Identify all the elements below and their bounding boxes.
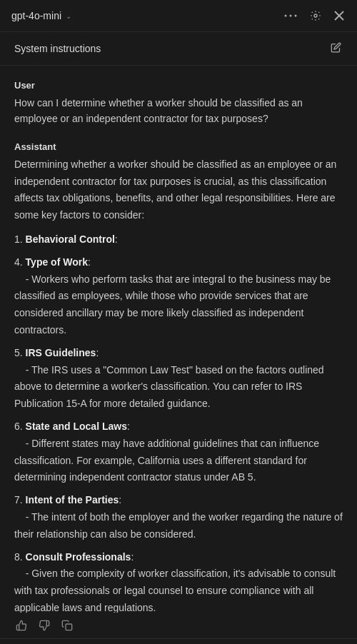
system-instructions-bar: System instructions xyxy=(0,32,357,66)
title-bar-left: gpt-4o-mini ⌄ xyxy=(11,10,71,21)
assistant-sub-3: - Workers who perform tasks that are int… xyxy=(14,273,331,336)
status-bar: Latency 23396ms · Finish reason: stop · … xyxy=(0,638,357,644)
chevron-down-icon: ⌄ xyxy=(66,12,71,20)
assistant-para-3: 4. Type of Work: - Workers who perform t… xyxy=(14,254,343,339)
thumbs-down-button[interactable] xyxy=(37,618,51,633)
copy-button[interactable] xyxy=(60,618,74,633)
assistant-sub-4: - The IRS uses a "Common Law Test" based… xyxy=(14,364,324,410)
svg-point-1 xyxy=(290,15,292,17)
assistant-para-6: 7. Intent of the Parties: - The intent o… xyxy=(14,492,343,543)
thumbs-down-icon xyxy=(39,620,50,631)
more-options-button[interactable] xyxy=(283,13,298,19)
assistant-sub-5: - Different states may have additional g… xyxy=(14,438,319,483)
user-role-label: User xyxy=(14,80,343,91)
assistant-para-2: 1. Behavioral Control: xyxy=(14,231,343,248)
model-name: gpt-4o-mini xyxy=(11,10,61,21)
user-message-block: User How can I determine whether a worke… xyxy=(14,80,343,127)
action-bar xyxy=(0,613,357,638)
gear-icon xyxy=(310,10,321,21)
svg-point-0 xyxy=(285,15,287,17)
close-button[interactable] xyxy=(333,9,346,22)
system-instructions-label: System instructions xyxy=(14,43,101,54)
svg-point-2 xyxy=(295,15,297,17)
user-message-text: How can I determine whether a worker sho… xyxy=(14,95,343,127)
settings-button[interactable] xyxy=(308,9,323,23)
assistant-message-block: Assistant Determining whether a worker s… xyxy=(14,141,343,613)
thumbs-up-icon xyxy=(16,620,27,631)
thumbs-up-button[interactable] xyxy=(14,618,29,633)
close-icon xyxy=(334,11,344,21)
title-bar-right xyxy=(283,9,346,23)
assistant-role-label: Assistant xyxy=(14,141,343,152)
assistant-para-7: 8. Consult Professionals: - Given the co… xyxy=(14,549,343,613)
assistant-sub-7: - Given the complexity of worker classif… xyxy=(14,568,336,613)
assistant-message-text: Determining whether a worker should be c… xyxy=(14,156,343,613)
assistant-para-5: 6. State and Local Laws: - Different sta… xyxy=(14,418,343,486)
chat-content: User How can I determine whether a worke… xyxy=(0,66,357,613)
edit-icon xyxy=(331,42,341,53)
title-bar: gpt-4o-mini ⌄ xyxy=(0,0,357,32)
assistant-sub-6: - The intent of both the employer and th… xyxy=(14,511,343,540)
assistant-para-4: 5. IRS Guidelines: - The IRS uses a "Com… xyxy=(14,345,343,413)
copy-icon xyxy=(61,620,73,631)
assistant-para-1: Determining whether a worker should be c… xyxy=(14,156,343,224)
svg-point-3 xyxy=(314,14,317,17)
edit-system-instructions-button[interactable] xyxy=(329,41,343,56)
svg-rect-6 xyxy=(66,624,72,630)
ellipsis-icon xyxy=(284,14,297,17)
